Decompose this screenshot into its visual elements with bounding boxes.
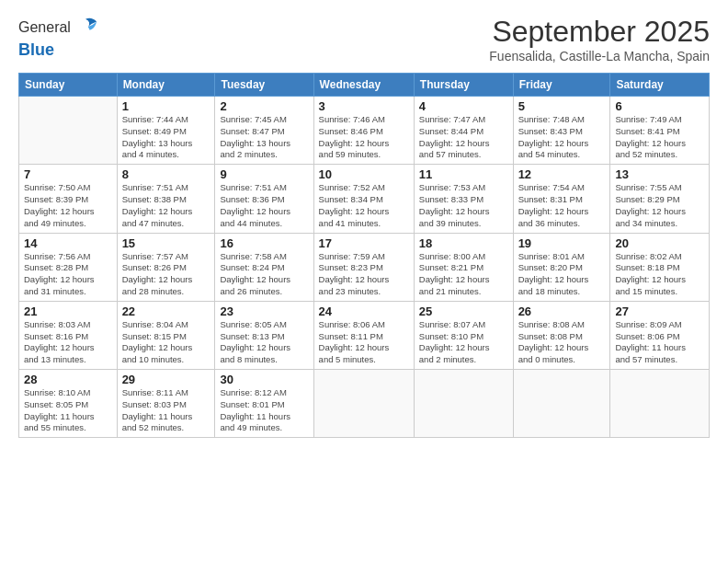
table-row xyxy=(313,370,414,438)
day-info: Sunrise: 7:46 AMSunset: 8:46 PMDaylight:… xyxy=(319,114,409,161)
logo: General Blue xyxy=(18,15,98,60)
day-info: Sunrise: 7:45 AMSunset: 8:47 PMDaylight:… xyxy=(220,114,308,161)
day-info: Sunrise: 7:49 AMSunset: 8:41 PMDaylight:… xyxy=(615,114,704,161)
col-thursday: Thursday xyxy=(414,74,513,97)
day-number: 22 xyxy=(122,304,210,318)
table-row: 26Sunrise: 8:08 AMSunset: 8:08 PMDayligh… xyxy=(513,301,610,369)
logo-blue-text: Blue xyxy=(18,40,54,59)
table-row: 8Sunrise: 7:51 AMSunset: 8:38 PMDaylight… xyxy=(117,165,215,233)
month-title: September 2025 xyxy=(489,15,710,49)
day-number: 30 xyxy=(220,373,308,386)
day-number: 9 xyxy=(220,167,308,181)
table-row: 4Sunrise: 7:47 AMSunset: 8:44 PMDaylight… xyxy=(414,97,513,165)
day-info: Sunrise: 7:52 AMSunset: 8:34 PMDaylight:… xyxy=(319,182,409,229)
day-number: 1 xyxy=(122,99,210,113)
day-number: 15 xyxy=(122,236,210,250)
day-number: 24 xyxy=(319,304,409,318)
table-row xyxy=(610,370,710,438)
table-row: 20Sunrise: 8:02 AMSunset: 8:18 PMDayligh… xyxy=(610,233,710,301)
day-number: 5 xyxy=(518,99,606,113)
day-info: Sunrise: 7:47 AMSunset: 8:44 PMDaylight:… xyxy=(419,114,508,161)
table-row: 11Sunrise: 7:53 AMSunset: 8:33 PMDayligh… xyxy=(414,165,513,233)
day-info: Sunrise: 7:53 AMSunset: 8:33 PMDaylight:… xyxy=(419,182,508,229)
day-info: Sunrise: 8:03 AMSunset: 8:16 PMDaylight:… xyxy=(24,319,112,366)
col-tuesday: Tuesday xyxy=(215,74,313,97)
day-number: 14 xyxy=(24,236,112,250)
day-number: 28 xyxy=(24,373,112,386)
table-row: 21Sunrise: 8:03 AMSunset: 8:16 PMDayligh… xyxy=(19,301,118,369)
day-number: 6 xyxy=(615,99,704,113)
day-number: 27 xyxy=(615,304,704,318)
day-number: 3 xyxy=(319,99,409,113)
day-info: Sunrise: 8:07 AMSunset: 8:10 PMDaylight:… xyxy=(419,319,508,366)
day-number: 21 xyxy=(24,304,112,318)
table-row: 3Sunrise: 7:46 AMSunset: 8:46 PMDaylight… xyxy=(313,97,414,165)
location-subtitle: Fuensalida, Castille-La Mancha, Spain xyxy=(489,49,710,63)
table-row: 24Sunrise: 8:06 AMSunset: 8:11 PMDayligh… xyxy=(313,301,414,369)
day-number: 19 xyxy=(518,236,606,250)
day-info: Sunrise: 8:08 AMSunset: 8:08 PMDaylight:… xyxy=(518,319,606,366)
day-number: 17 xyxy=(319,236,409,250)
page-header: General Blue September 2025 Fuensalida, … xyxy=(18,15,710,63)
day-number: 7 xyxy=(24,167,112,181)
table-row xyxy=(19,97,118,165)
day-number: 10 xyxy=(319,167,409,181)
table-row: 14Sunrise: 7:56 AMSunset: 8:28 PMDayligh… xyxy=(19,233,118,301)
table-row: 27Sunrise: 8:09 AMSunset: 8:06 PMDayligh… xyxy=(610,301,710,369)
logo-bird-icon xyxy=(73,15,98,40)
table-row: 6Sunrise: 7:49 AMSunset: 8:41 PMDaylight… xyxy=(610,97,710,165)
table-row: 18Sunrise: 8:00 AMSunset: 8:21 PMDayligh… xyxy=(414,233,513,301)
day-number: 18 xyxy=(419,236,508,250)
table-row: 17Sunrise: 7:59 AMSunset: 8:23 PMDayligh… xyxy=(313,233,414,301)
day-info: Sunrise: 7:55 AMSunset: 8:29 PMDaylight:… xyxy=(615,182,704,229)
table-row: 7Sunrise: 7:50 AMSunset: 8:39 PMDaylight… xyxy=(19,165,118,233)
day-info: Sunrise: 7:57 AMSunset: 8:26 PMDaylight:… xyxy=(122,251,210,298)
day-number: 4 xyxy=(419,99,508,113)
table-row: 29Sunrise: 8:11 AMSunset: 8:03 PMDayligh… xyxy=(117,370,215,438)
table-row: 16Sunrise: 7:58 AMSunset: 8:24 PMDayligh… xyxy=(215,233,313,301)
day-info: Sunrise: 8:04 AMSunset: 8:15 PMDaylight:… xyxy=(122,319,210,366)
day-number: 2 xyxy=(220,99,308,113)
table-row: 9Sunrise: 7:51 AMSunset: 8:36 PMDaylight… xyxy=(215,165,313,233)
day-info: Sunrise: 8:05 AMSunset: 8:13 PMDaylight:… xyxy=(220,319,308,366)
day-info: Sunrise: 7:59 AMSunset: 8:23 PMDaylight:… xyxy=(319,251,409,298)
day-number: 12 xyxy=(518,167,606,181)
day-info: Sunrise: 8:00 AMSunset: 8:21 PMDaylight:… xyxy=(419,251,508,298)
day-number: 25 xyxy=(419,304,508,318)
day-info: Sunrise: 7:44 AMSunset: 8:49 PMDaylight:… xyxy=(122,114,210,161)
table-row: 5Sunrise: 7:48 AMSunset: 8:43 PMDaylight… xyxy=(513,97,610,165)
table-row xyxy=(513,370,610,438)
day-info: Sunrise: 8:02 AMSunset: 8:18 PMDaylight:… xyxy=(615,251,704,298)
day-info: Sunrise: 7:50 AMSunset: 8:39 PMDaylight:… xyxy=(24,182,112,229)
day-info: Sunrise: 8:10 AMSunset: 8:05 PMDaylight:… xyxy=(24,387,112,434)
day-info: Sunrise: 8:01 AMSunset: 8:20 PMDaylight:… xyxy=(518,251,606,298)
table-row: 13Sunrise: 7:55 AMSunset: 8:29 PMDayligh… xyxy=(610,165,710,233)
day-number: 13 xyxy=(615,167,704,181)
day-info: Sunrise: 7:51 AMSunset: 8:38 PMDaylight:… xyxy=(122,182,210,229)
table-row xyxy=(414,370,513,438)
table-row: 1Sunrise: 7:44 AMSunset: 8:49 PMDaylight… xyxy=(117,97,215,165)
table-row: 30Sunrise: 8:12 AMSunset: 8:01 PMDayligh… xyxy=(215,370,313,438)
day-number: 23 xyxy=(220,304,308,318)
day-number: 11 xyxy=(419,167,508,181)
table-row: 15Sunrise: 7:57 AMSunset: 8:26 PMDayligh… xyxy=(117,233,215,301)
logo-general-text: General xyxy=(18,19,71,36)
table-row: 22Sunrise: 8:04 AMSunset: 8:15 PMDayligh… xyxy=(117,301,215,369)
col-wednesday: Wednesday xyxy=(313,74,414,97)
day-info: Sunrise: 8:09 AMSunset: 8:06 PMDaylight:… xyxy=(615,319,704,366)
day-info: Sunrise: 8:12 AMSunset: 8:01 PMDaylight:… xyxy=(220,387,308,434)
table-row: 10Sunrise: 7:52 AMSunset: 8:34 PMDayligh… xyxy=(313,165,414,233)
day-info: Sunrise: 7:58 AMSunset: 8:24 PMDaylight:… xyxy=(220,251,308,298)
table-row: 25Sunrise: 8:07 AMSunset: 8:10 PMDayligh… xyxy=(414,301,513,369)
title-block: September 2025 Fuensalida, Castille-La M… xyxy=(489,15,710,63)
table-row: 19Sunrise: 8:01 AMSunset: 8:20 PMDayligh… xyxy=(513,233,610,301)
day-info: Sunrise: 7:54 AMSunset: 8:31 PMDaylight:… xyxy=(518,182,606,229)
calendar-header-row: Sunday Monday Tuesday Wednesday Thursday… xyxy=(19,74,710,97)
day-info: Sunrise: 8:06 AMSunset: 8:11 PMDaylight:… xyxy=(319,319,409,366)
col-saturday: Saturday xyxy=(610,74,710,97)
table-row: 28Sunrise: 8:10 AMSunset: 8:05 PMDayligh… xyxy=(19,370,118,438)
day-info: Sunrise: 8:11 AMSunset: 8:03 PMDaylight:… xyxy=(122,387,210,434)
day-number: 16 xyxy=(220,236,308,250)
col-friday: Friday xyxy=(513,74,610,97)
table-row: 23Sunrise: 8:05 AMSunset: 8:13 PMDayligh… xyxy=(215,301,313,369)
